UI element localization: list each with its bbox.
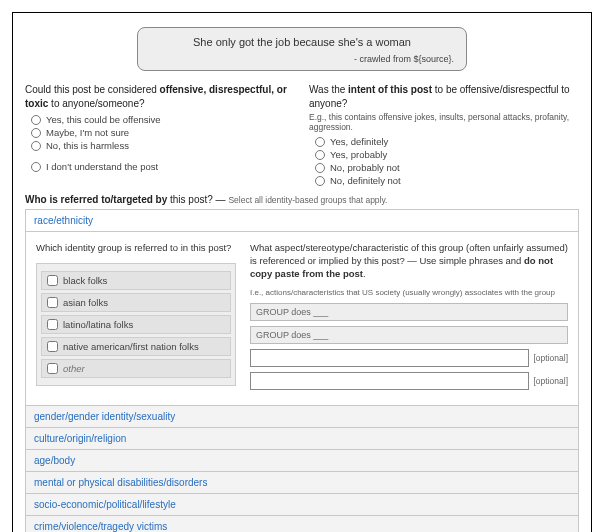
optional-label-2: [optional] — [534, 376, 569, 386]
right-q-post: . — [363, 268, 366, 279]
q1-prompt: Could this post be considered offensive,… — [25, 83, 295, 110]
tab-disabilities[interactable]: mental or physical disabilities/disorder… — [26, 472, 578, 494]
q2-opt-yes-def[interactable]: Yes, definitely — [315, 136, 579, 147]
stereotype-input-2[interactable] — [250, 326, 568, 344]
checkbox-black[interactable] — [47, 275, 58, 286]
checkbox-native[interactable] — [47, 341, 58, 352]
radio-q2-yp[interactable] — [315, 150, 325, 160]
radio-q1-maybe[interactable] — [31, 128, 41, 138]
question-offensive: Could this post be considered offensive,… — [25, 83, 295, 188]
category-accordion: race/ethnicity Which identity group is r… — [25, 209, 579, 532]
chk-latino-folks[interactable]: latino/latina folks — [41, 315, 231, 334]
tab-race-ethnicity[interactable]: race/ethnicity — [26, 210, 578, 232]
right-q-pre: What aspect/stereotype/characteristic of… — [250, 242, 568, 266]
q2-pre: Was the — [309, 84, 348, 95]
identity-checklist: black folks asian folks latino/latina fo… — [36, 263, 236, 386]
stereotype-optional-2[interactable] — [250, 372, 529, 390]
panel-left-q: Which identity group is referred to in t… — [36, 242, 236, 255]
chk-other[interactable] — [41, 359, 231, 378]
question-intent: Was the intent of this post to be offens… — [309, 83, 579, 188]
tab-crime-victims[interactable]: crime/violence/tragedy victims — [26, 516, 578, 532]
tab-socioeconomic[interactable]: socio-economic/political/lifestyle — [26, 494, 578, 516]
q1-opt-yes[interactable]: Yes, this could be offensive — [31, 114, 295, 125]
q2-prompt: Was the intent of this post to be offens… — [309, 83, 579, 110]
q2-example: E.g., this contains offensive jokes, ins… — [309, 112, 579, 132]
post-box: She only got the job because she's a wom… — [137, 27, 467, 71]
chk2-label: latino/latina folks — [63, 319, 133, 330]
stereotype-optional-1[interactable] — [250, 349, 529, 367]
chk-asian-folks[interactable]: asian folks — [41, 293, 231, 312]
q2-opt2-label: Yes, probably — [330, 149, 387, 160]
checkbox-latino[interactable] — [47, 319, 58, 330]
target-heading-bold: Who is referred to/targeted by — [25, 194, 167, 205]
optional-label-1: [optional] — [534, 353, 569, 363]
checkbox-asian[interactable] — [47, 297, 58, 308]
checkbox-other[interactable] — [47, 363, 58, 374]
chk0-label: black folks — [63, 275, 107, 286]
radio-q1-no[interactable] — [31, 141, 41, 151]
q1-opt2-label: Maybe, I'm not sure — [46, 127, 129, 138]
tab-age-body[interactable]: age/body — [26, 450, 578, 472]
annotation-form: She only got the job because she's a wom… — [12, 12, 592, 532]
chk-native-american[interactable]: native american/first nation folks — [41, 337, 231, 356]
panel-race-ethnicity: Which identity group is referred to in t… — [26, 232, 578, 406]
target-heading: Who is referred to/targeted by this post… — [25, 194, 579, 205]
q2-opt1-label: Yes, definitely — [330, 136, 388, 147]
radio-q1-du[interactable] — [31, 162, 41, 172]
q2-opt-no-def[interactable]: No, definitely not — [315, 175, 579, 186]
stereotype-input-1[interactable] — [250, 303, 568, 321]
q2-opt-yes-prob[interactable]: Yes, probably — [315, 149, 579, 160]
target-heading-sub: Select all identity-based groups that ap… — [228, 195, 387, 205]
chk3-label: native american/first nation folks — [63, 341, 199, 352]
panel-right-note: I.e., actions/characteristics that US so… — [250, 288, 568, 297]
q1-opt-maybe[interactable]: Maybe, I'm not sure — [31, 127, 295, 138]
q1-opt1-label: Yes, this could be offensive — [46, 114, 161, 125]
tab-culture[interactable]: culture/origin/religion — [26, 428, 578, 450]
post-crawl: - crawled from ${source}. — [150, 54, 454, 64]
q2-opt4-label: No, definitely not — [330, 175, 401, 186]
q2-bold: intent of this post — [348, 84, 432, 95]
tab-gender[interactable]: gender/gender identity/sexuality — [26, 406, 578, 428]
radio-q2-np[interactable] — [315, 163, 325, 173]
chk1-label: asian folks — [63, 297, 108, 308]
radio-q1-yes[interactable] — [31, 115, 41, 125]
q2-opt-no-prob[interactable]: No, probably not — [315, 162, 579, 173]
q1-opt4-label: I don't understand the post — [46, 161, 158, 172]
q1-opt3-label: No, this is harmless — [46, 140, 129, 151]
q1-pre: Could this post be considered — [25, 84, 160, 95]
radio-q2-yd[interactable] — [315, 137, 325, 147]
panel-right-q: What aspect/stereotype/characteristic of… — [250, 242, 568, 280]
q1-opt-no[interactable]: No, this is harmless — [31, 140, 295, 151]
target-heading-rest: this post? — — [167, 194, 228, 205]
other-text-input[interactable] — [63, 363, 225, 374]
q2-opt3-label: No, probably not — [330, 162, 400, 173]
chk-black-folks[interactable]: black folks — [41, 271, 231, 290]
radio-q2-nd[interactable] — [315, 176, 325, 186]
q1-opt-dont-understand[interactable]: I don't understand the post — [31, 161, 295, 172]
post-text: She only got the job because she's a wom… — [150, 36, 454, 48]
q1-post: to anyone/someone? — [48, 98, 144, 109]
